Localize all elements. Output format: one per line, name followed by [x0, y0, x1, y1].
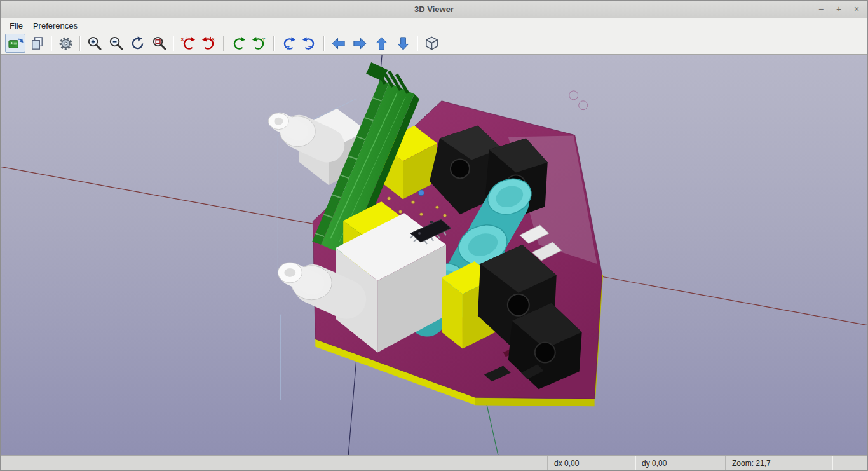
- render-options-button[interactable]: [55, 34, 76, 53]
- status-dy: dy 0,00: [635, 456, 725, 470]
- toolbar-separator: [273, 36, 274, 51]
- statusbar-end: [832, 456, 867, 470]
- svg-text:Y: Y: [240, 36, 244, 42]
- copy-image-icon: [29, 36, 45, 51]
- move-up-button[interactable]: [371, 34, 391, 53]
- toolbar: X X Y Y: [1, 32, 867, 55]
- svg-text:X: X: [180, 36, 184, 42]
- rotate-z-ccw-button[interactable]: Z: [299, 34, 320, 53]
- copy-image-button[interactable]: [27, 34, 47, 53]
- rotate-z-cw-icon: Z: [280, 36, 296, 51]
- viewport-3d: [1, 55, 867, 455]
- maximize-button[interactable]: +: [833, 3, 844, 15]
- orthographic-projection-button[interactable]: [421, 34, 442, 53]
- ortho-cube-icon: [424, 36, 440, 51]
- redraw-icon: [130, 36, 146, 51]
- move-right-button[interactable]: [349, 34, 370, 53]
- status-dx: dx 0,00: [547, 456, 635, 470]
- menu-file[interactable]: File: [4, 20, 28, 32]
- board-reload-icon: [8, 36, 24, 51]
- zoom-in-button[interactable]: [84, 34, 104, 53]
- rotate-y-ccw-icon: Y: [252, 36, 268, 51]
- rotate-x-ccw-icon: X: [201, 36, 217, 51]
- fit-in-page-icon: [151, 36, 167, 51]
- window-title: 3D Viewer: [1, 4, 867, 14]
- statusbar: dx 0,00 dy 0,00 Zoom: 21,7: [1, 455, 867, 470]
- arrow-right-icon: [352, 36, 368, 51]
- arrow-left-icon: [330, 36, 346, 51]
- arrow-up-icon: [374, 36, 390, 51]
- toolbar-separator: [417, 36, 417, 51]
- redraw-button[interactable]: [127, 34, 147, 53]
- origin-marker: [419, 190, 424, 196]
- toolbar-separator: [323, 36, 324, 51]
- rotate-y-cw-icon: Y: [230, 36, 246, 51]
- fit-in-page-button[interactable]: [149, 34, 169, 53]
- toolbar-separator: [79, 36, 80, 51]
- rotate-x-cw-button[interactable]: X: [177, 34, 198, 53]
- toolbar-separator: [173, 36, 173, 51]
- gear-icon: [58, 36, 74, 51]
- reload-board-button[interactable]: [5, 34, 25, 53]
- titlebar[interactable]: 3D Viewer − + ×: [1, 1, 867, 18]
- status-zoom: Zoom: 21,7: [725, 456, 832, 470]
- svg-text:X: X: [211, 36, 215, 42]
- svg-text:Z: Z: [286, 45, 290, 51]
- zoom-in-icon: [86, 36, 102, 51]
- svg-text:Z: Z: [308, 45, 311, 51]
- move-down-button[interactable]: [393, 34, 413, 53]
- rotate-y-ccw-button[interactable]: Y: [249, 34, 269, 53]
- svg-text:Y: Y: [262, 36, 266, 42]
- rotate-z-ccw-icon: Z: [302, 36, 318, 51]
- arrow-down-icon: [395, 36, 411, 51]
- app-window: 3D Viewer − + × File Preferences: [0, 0, 868, 471]
- move-left-button[interactable]: [328, 34, 348, 53]
- toolbar-separator: [223, 36, 224, 51]
- close-button[interactable]: ×: [851, 3, 862, 15]
- menu-preferences[interactable]: Preferences: [28, 20, 83, 32]
- rotate-x-cw-icon: X: [180, 36, 196, 51]
- zoom-out-icon: [108, 36, 124, 51]
- pcb-3d-scene[interactable]: [1, 55, 867, 455]
- toolbar-separator: [51, 36, 51, 51]
- minimize-button[interactable]: −: [815, 3, 827, 15]
- zoom-out-button[interactable]: [105, 34, 126, 53]
- rotate-z-cw-button[interactable]: Z: [278, 34, 298, 53]
- menubar: File Preferences: [1, 18, 867, 32]
- rotate-x-ccw-button[interactable]: X: [199, 34, 219, 53]
- rotate-y-cw-button[interactable]: Y: [227, 34, 248, 53]
